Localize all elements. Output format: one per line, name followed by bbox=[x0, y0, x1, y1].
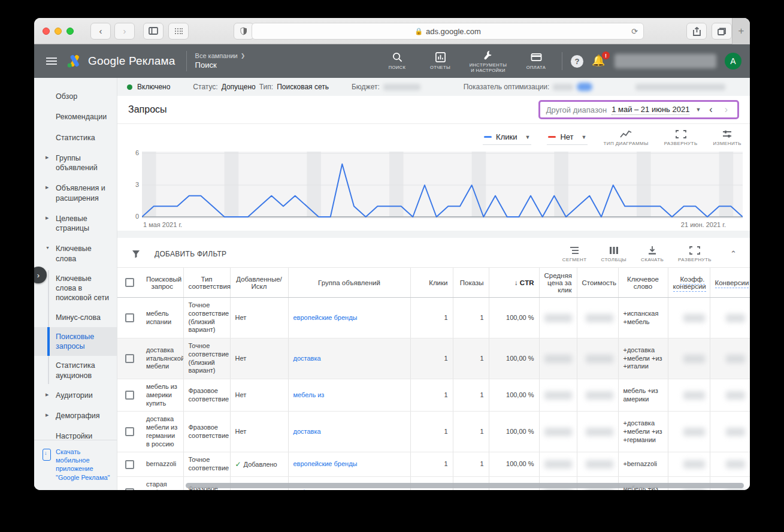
avg-cpc-cell-redacted bbox=[539, 338, 577, 379]
column-header-ad-group[interactable]: Группа объявлений bbox=[288, 268, 410, 298]
sidebar-item-keywords[interactable]: ▼Ключевые слова bbox=[34, 238, 117, 269]
avg-cpc-cell-redacted bbox=[539, 412, 577, 452]
date-range-value[interactable]: 1 май – 21 июнь 2021 bbox=[612, 105, 689, 115]
breadcrumb[interactable]: Все кампании❯ Поиск bbox=[195, 52, 246, 70]
ad-group-link[interactable]: европейские бренды bbox=[293, 314, 358, 321]
traffic-lights bbox=[43, 28, 74, 35]
reload-icon[interactable]: ⟳ bbox=[631, 27, 638, 36]
privacy-shield-icon[interactable] bbox=[234, 23, 254, 40]
back-button[interactable]: ‹ bbox=[90, 23, 111, 40]
chevron-collapsed-icon: ▶ bbox=[46, 185, 49, 190]
cost-cell-redacted bbox=[577, 379, 618, 412]
edit-chart-button[interactable]: ИЗМЕНИТЬ bbox=[713, 129, 741, 146]
sidebar-item-negative-keywords[interactable]: Минус-слова bbox=[34, 308, 117, 327]
collapse-table-icon[interactable]: ⌃ bbox=[730, 249, 737, 258]
download-app-link[interactable]: Скачать мобильное приложение "Google Рек… bbox=[34, 440, 117, 490]
expand-table-button[interactable]: РАЗВЕРНУТЬ bbox=[678, 246, 712, 262]
notifications-button[interactable]: 🔔 ! bbox=[592, 54, 606, 68]
series2-selector[interactable]: Нет ▼ bbox=[547, 131, 588, 145]
y-axis-tick: 6 bbox=[126, 149, 139, 156]
ad-group-link[interactable]: мебель из bbox=[293, 489, 325, 491]
table-row: доставка мебели из германии в россиюФраз… bbox=[117, 412, 750, 452]
conversions-cell-redacted bbox=[710, 379, 750, 412]
cost-cell-redacted bbox=[577, 338, 618, 379]
match-type-cell: Точное соответствие (близкий вариант) bbox=[183, 338, 230, 379]
address-bar[interactable]: 🔒 ads.google.com ⟳ bbox=[252, 23, 644, 40]
select-all-checkbox-cell[interactable] bbox=[117, 268, 141, 298]
bar-chart-icon bbox=[435, 52, 446, 63]
close-window-button[interactable] bbox=[43, 28, 50, 35]
row-checkbox[interactable] bbox=[125, 313, 134, 322]
column-header-added-excluded[interactable]: Добавленные/Искл bbox=[230, 268, 288, 298]
impressions-cell: 1 bbox=[453, 379, 489, 412]
sidebar-item-demographics[interactable]: ▶Демография bbox=[34, 406, 117, 426]
segment-button[interactable]: СЕГМЕНТ bbox=[562, 246, 587, 262]
select-all-checkbox[interactable] bbox=[125, 278, 134, 287]
sidebar-item-search-queries[interactable]: Поисковые запросы bbox=[34, 327, 117, 356]
app-grid-button[interactable] bbox=[168, 23, 189, 40]
new-tab-button[interactable]: + bbox=[732, 18, 750, 44]
column-header-keyword[interactable]: Ключевое слово bbox=[618, 268, 668, 298]
row-checkbox-cell[interactable] bbox=[117, 338, 141, 379]
row-checkbox[interactable] bbox=[125, 354, 134, 363]
billing-nav-button[interactable]: ОПЛАТА bbox=[519, 52, 553, 70]
sidebar-item-audiences[interactable]: ▶Аудитории bbox=[34, 385, 117, 406]
campaign-status-bar: Включено Статус: Допущено Тип: Поисковая… bbox=[117, 78, 750, 96]
search-nav-button[interactable]: ПОИСК bbox=[380, 52, 414, 70]
minimize-window-button[interactable] bbox=[55, 28, 62, 35]
tabs-overview-button[interactable] bbox=[712, 23, 732, 40]
row-checkbox-cell[interactable] bbox=[117, 379, 141, 412]
row-checkbox-cell[interactable] bbox=[117, 298, 141, 338]
column-header-impressions[interactable]: Показы bbox=[453, 268, 489, 298]
ad-group-link[interactable]: мебель из bbox=[293, 391, 325, 398]
add-filter-button[interactable]: ДОБАВИТЬ ФИЛЬТР bbox=[155, 250, 226, 258]
reports-nav-button[interactable]: ОТЧЕТЫ bbox=[423, 52, 458, 70]
ad-group-link[interactable]: доставка bbox=[293, 355, 321, 362]
query-cell: старая мебель из европы bbox=[141, 476, 183, 490]
sidebar-item-auction-insights[interactable]: Статистика аукционов bbox=[34, 356, 117, 385]
column-header-clicks[interactable]: Клики bbox=[410, 268, 453, 298]
forward-button[interactable]: › bbox=[114, 23, 135, 40]
sidebar-toggle-button[interactable] bbox=[143, 23, 164, 40]
row-checkbox[interactable] bbox=[125, 460, 134, 469]
row-checkbox[interactable] bbox=[125, 488, 134, 490]
horizontal-scrollbar[interactable] bbox=[186, 483, 744, 488]
download-button[interactable]: СКАЧАТЬ bbox=[641, 246, 664, 262]
column-header-match-type[interactable]: Тип соответствия bbox=[183, 268, 230, 298]
sidebar-item-landing-pages[interactable]: ▶Целевые страницы bbox=[34, 208, 117, 239]
ad-group-link[interactable]: доставка bbox=[293, 428, 321, 435]
row-checkbox-cell[interactable] bbox=[117, 452, 141, 477]
series1-selector[interactable]: Клики ▼ bbox=[483, 131, 531, 145]
conv-rate-cell-redacted bbox=[668, 412, 710, 452]
share-button[interactable] bbox=[686, 23, 707, 40]
expand-chart-button[interactable]: РАЗВЕРНУТЬ bbox=[664, 129, 698, 146]
sidebar-item-ads-extensions[interactable]: ▶Объявления и расширения bbox=[34, 178, 117, 208]
row-checkbox[interactable] bbox=[125, 427, 134, 436]
sidebar-item-ad-groups[interactable]: ▶Группы объявлений bbox=[34, 148, 117, 179]
zoom-window-button[interactable] bbox=[66, 28, 74, 35]
divider bbox=[562, 52, 562, 70]
tools-nav-button[interactable]: ИНСТРУМЕНТЫИ НАСТРОЙКИ bbox=[466, 49, 510, 74]
column-header-conv-rate[interactable]: Коэфф. конверсии bbox=[668, 268, 710, 298]
sidebar-item-statistics[interactable]: Статистика bbox=[34, 128, 117, 148]
help-button[interactable]: ? bbox=[571, 55, 583, 68]
column-header-avg-cpc[interactable]: Средняя цена за клик bbox=[539, 268, 577, 298]
ad-group-link[interactable]: европейские бренды bbox=[293, 460, 358, 467]
previous-range-button[interactable]: ‹ bbox=[706, 104, 716, 115]
row-checkbox[interactable] bbox=[125, 391, 134, 400]
column-header-ctr[interactable]: ↓ CTR bbox=[489, 268, 539, 298]
avatar[interactable]: A bbox=[725, 53, 741, 69]
row-checkbox-cell[interactable] bbox=[117, 412, 141, 452]
table-header-row: Поисковый запрос Тип соответствия Добавл… bbox=[117, 268, 750, 298]
chevron-down-icon[interactable]: ▼ bbox=[695, 107, 701, 113]
sidebar-item-overview[interactable]: Обзор bbox=[34, 86, 117, 107]
columns-button[interactable]: СТОЛБЦЫ bbox=[601, 246, 626, 262]
column-header-query[interactable]: Поисковый запрос bbox=[141, 268, 183, 298]
menu-icon[interactable] bbox=[46, 58, 57, 65]
column-header-conversions[interactable]: Конверсии bbox=[710, 268, 750, 298]
chart-type-button[interactable]: ТИП ДИАГРАММЫ bbox=[603, 129, 648, 146]
column-header-cost[interactable]: Стоимость bbox=[577, 268, 618, 298]
row-checkbox-cell[interactable] bbox=[117, 476, 141, 490]
sidebar-item-recommendations[interactable]: Рекомендации bbox=[34, 107, 117, 127]
next-range-button[interactable]: › bbox=[721, 104, 731, 115]
